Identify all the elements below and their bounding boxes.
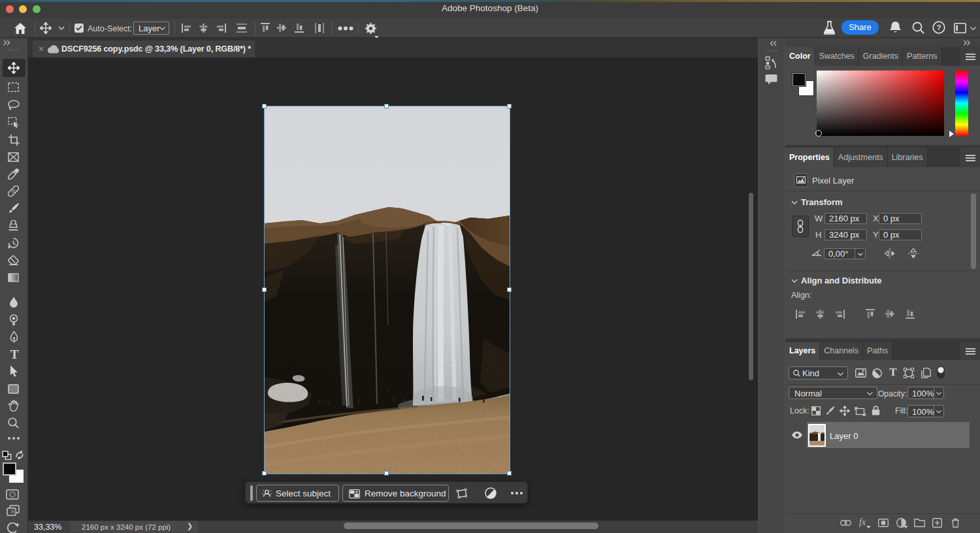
svg-text:?: ? bbox=[936, 24, 941, 31]
